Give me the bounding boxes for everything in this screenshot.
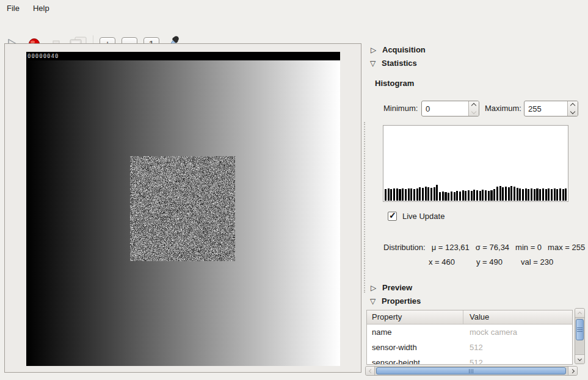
table-header[interactable]: Property Value [367,310,572,324]
property-name-cell: sensor-width [367,343,463,352]
scroll-up-button[interactable] [575,309,584,318]
maximum-input[interactable] [524,101,567,116]
histogram-bar [556,189,558,201]
histogram-bar [442,192,444,201]
spin-down-button[interactable] [568,109,578,116]
histogram-bar [488,191,490,201]
histogram-bar [427,187,429,201]
histogram-bar [390,189,392,201]
spin-arrows [567,101,578,116]
table-row[interactable]: sensor-width512 [367,340,572,355]
histogram-bar [434,187,435,201]
histogram-bar [425,187,427,201]
property-value-cell[interactable]: 512 [463,343,572,352]
expander-label: Preview [382,283,412,292]
camera-image[interactable]: 00000040 [26,52,340,366]
histogram-bar [408,188,410,201]
histogram-bar [490,190,492,201]
pane-splitter[interactable] [364,122,365,293]
scroll-right-button[interactable] [568,367,577,375]
minimum-spinbox[interactable] [421,101,479,117]
histogram-bar [422,188,424,201]
expander-expanded-icon: ▽ [369,297,377,306]
column-header-property[interactable]: Property [367,310,463,324]
expander-properties[interactable]: ▽ Properties [369,296,421,306]
live-update-label: Live Update [402,212,445,221]
spin-up-button[interactable] [469,101,479,109]
minimum-input[interactable] [422,101,468,116]
histogram-bar [476,190,478,201]
histogram-bar [410,188,412,201]
spin-up-button[interactable] [568,101,578,109]
chevron-down-icon [570,109,575,114]
vertical-scrollbar[interactable] [575,308,585,364]
histogram-bar [562,189,564,201]
histogram-bar [502,187,504,201]
histogram-bar [519,188,521,201]
histogram-bar [493,189,495,201]
scroll-down-button[interactable] [575,354,584,364]
expander-collapsed-icon: ▷ [369,284,377,292]
chevron-down-icon [578,356,582,360]
histogram-bar [514,187,515,201]
column-header-value[interactable]: Value [463,310,572,324]
cursor-x: x = 460 [429,257,455,267]
histogram-bar [499,186,501,201]
minimum-label: Minimum: [383,104,418,113]
properties-table: Property Value namemock camerasensor-wid… [366,310,573,365]
live-update-checkbox[interactable] [388,212,397,221]
histogram-bars [385,126,567,201]
chevron-up-icon [570,103,575,108]
histogram-bar [551,189,553,201]
noise-region [130,156,235,261]
maximum-spinbox[interactable] [524,101,578,117]
chevron-up-icon [471,103,476,108]
histogram-bar [542,188,544,201]
histogram-bar [436,185,438,201]
property-name-cell: sensor-height [367,358,463,365]
histogram-bar [396,188,398,201]
table-row[interactable]: namemock camera [367,324,572,340]
grip-icon [577,328,583,332]
table-row[interactable]: sensor-height512 [367,355,572,365]
property-value-cell[interactable]: 512 [463,358,572,365]
frame-counter-bar: 00000040 [26,52,340,60]
expander-statistics[interactable]: ▽ Statistics [369,59,417,68]
vertical-scrollbar-thumb[interactable] [576,319,584,340]
histogram-bar [419,187,421,201]
scroll-left-button[interactable] [366,367,375,375]
spin-down-button[interactable] [469,109,479,116]
horizontal-scrollbar-thumb[interactable] [376,367,566,375]
expander-expanded-icon: ▽ [369,59,377,68]
cursor-y: y = 490 [476,257,503,267]
histogram-bar [471,191,473,201]
chevron-up-icon [578,311,582,315]
histogram-bar [510,186,512,201]
live-update-row[interactable]: Live Update [388,212,445,221]
expander-collapsed-icon: ▷ [369,46,377,54]
histogram-bar [451,192,452,201]
distribution-stats: Distribution: μ = 123,61 σ = 76,34 min =… [383,243,585,252]
expander-preview[interactable]: ▷ Preview [369,283,412,292]
maximum-label: Maximum: [485,104,521,113]
menu-file[interactable]: File [0,1,26,15]
menu-help[interactable]: Help [26,1,56,15]
histogram-title: Histogram [375,79,414,88]
grip-icon [469,369,474,373]
histogram-bar [399,189,401,201]
histogram-bar [393,188,395,201]
histogram-bar [554,188,556,201]
cursor-readout: x = 460 y = 490 val = 230 [366,257,588,267]
distribution-label: Distribution: [383,243,426,252]
histogram-bar [385,189,387,201]
histogram-bar [508,187,510,201]
histogram-bar [465,191,466,201]
histogram-bar [388,188,390,201]
horizontal-scrollbar[interactable] [365,366,578,376]
property-value-cell[interactable]: mock camera [463,328,572,337]
histogram-bar [473,190,475,201]
expander-acquisition[interactable]: ▷ Acquisition [369,45,426,54]
histogram-bar [528,189,529,201]
expander-label: Statistics [382,59,417,68]
histogram-bar [468,190,470,201]
